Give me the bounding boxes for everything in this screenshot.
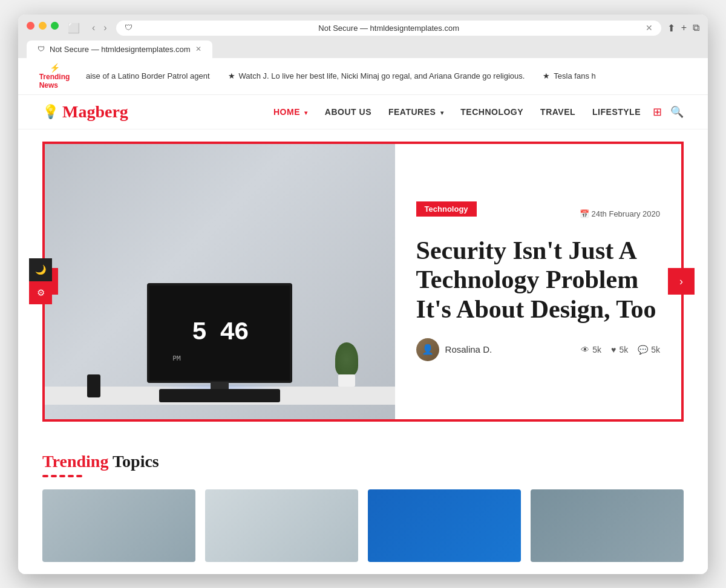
logo[interactable]: 💡 Magberg	[42, 102, 128, 122]
ticker-item: ★ Tesla fans h	[543, 71, 595, 80]
header-icons: ⊞ 🔍	[653, 105, 684, 119]
site-header: 💡 Magberg HOME ▾ ABOUT US FEATURES ▾	[18, 95, 708, 129]
article-title: Security Isn't Just A Technology Problem…	[416, 236, 660, 324]
sidebar-toggle-btn[interactable]: ⬜	[65, 21, 83, 35]
dark-mode-btn[interactable]: 🌙	[29, 258, 52, 281]
article-meta-top: Technology 📅 24th February 2020	[416, 201, 660, 226]
lightning-icon: ⚡	[50, 63, 60, 73]
grid-icon[interactable]: ⊞	[653, 105, 662, 119]
new-tab-btn[interactable]: +	[681, 22, 687, 33]
browser-nav-btns: ‹ ›	[89, 21, 110, 34]
divider-dot	[42, 475, 48, 477]
divider-dot	[59, 475, 65, 477]
plant	[335, 338, 359, 387]
nav-link-home[interactable]: HOME ▾	[273, 107, 308, 117]
nav-link-technology[interactable]: TECHNOLOGY	[460, 107, 523, 117]
url-text: Not Secure — htmldesigntemplates.com	[137, 24, 641, 33]
btn-green[interactable]	[51, 22, 59, 30]
btn-red[interactable]	[27, 22, 34, 30]
divider-dot	[51, 475, 57, 477]
share-btn[interactable]: ⬆	[667, 22, 675, 34]
clock-display: 5 46	[192, 318, 248, 347]
search-icon[interactable]: 🔍	[670, 105, 684, 119]
eye-icon: 👁	[581, 345, 589, 354]
article-stats: 👁 5k ♥ 5k 💬 5k	[581, 345, 660, 354]
plant-leaves	[335, 342, 358, 376]
section-divider	[42, 475, 684, 477]
section-title: Trending Topics	[42, 452, 684, 471]
ticker-item: aise of a Latino Border Patrol agent	[86, 71, 210, 80]
settings-btn[interactable]: ⚙	[29, 281, 52, 304]
keyboard	[159, 389, 280, 402]
address-bar[interactable]: 🛡 Not Secure — htmldesigntemplates.com ✕	[116, 21, 661, 36]
tab-favicon: 🛡	[38, 45, 45, 53]
browser-actions: ⬆ + ⧉	[667, 22, 699, 34]
floating-side-controls: 🌙 ⚙	[29, 258, 52, 304]
windows-btn[interactable]: ⧉	[693, 22, 699, 33]
article-date: 📅 24th February 2020	[580, 209, 660, 218]
nav-item-about[interactable]: ABOUT US	[325, 106, 371, 117]
desk-scene: 5 46 PM	[45, 144, 395, 419]
browser-buttons	[27, 22, 59, 30]
likes-count: 5k	[619, 345, 628, 354]
btn-yellow[interactable]	[39, 22, 47, 30]
nav-link-lifestyle[interactable]: LIFESTYLE	[592, 107, 641, 117]
logo-bulb-icon: 💡	[42, 104, 59, 120]
divider-dot	[76, 475, 82, 477]
trending-section: Trending Topics	[18, 434, 708, 574]
nav-item-technology[interactable]: TECHNOLOGY	[460, 106, 523, 117]
hero-img-placeholder: 5 46 PM	[45, 144, 395, 419]
forward-btn[interactable]: ›	[100, 21, 110, 34]
nav-item-features[interactable]: FEATURES ▾	[388, 106, 443, 117]
ticker-item: ★ Watch J. Lo live her best life, Nicki …	[228, 71, 525, 80]
ticker-text-2: Watch J. Lo live her best life, Nicki Mi…	[239, 71, 525, 80]
ticker-star-icon-2: ★	[543, 71, 550, 80]
author-info: 👤 Rosalina D.	[416, 338, 492, 361]
tab-title: Not Secure — htmldesigntemplates.com	[50, 45, 191, 54]
monitor-screen: 5 46 PM	[149, 286, 290, 381]
address-clear[interactable]: ✕	[646, 23, 653, 33]
heart-icon: ♥	[611, 345, 616, 354]
author-name: Rosalina D.	[445, 344, 492, 354]
topic-card-1[interactable]	[42, 489, 195, 562]
ticker-bar: ⚡ TrendingNews aise of a Latino Border P…	[18, 58, 708, 95]
tab-bar: 🛡 Not Secure — htmldesigntemplates.com ✕	[27, 41, 699, 58]
browser-window: ⬜ ‹ › 🛡 Not Secure — htmldesigntemplates…	[18, 15, 708, 574]
hero-image: 5 46 PM	[45, 144, 395, 419]
chevron-down-icon-2: ▾	[440, 109, 444, 116]
calendar-icon: 📅	[580, 209, 589, 218]
nav-item-lifestyle[interactable]: LIFESTYLE	[592, 106, 641, 117]
likes-stat: ♥ 5k	[611, 345, 628, 354]
ticker-text-1: aise of a Latino Border Patrol agent	[86, 71, 210, 80]
logo-text-black: Mag	[62, 102, 95, 121]
views-count: 5k	[592, 345, 601, 354]
nav-item-travel[interactable]: TRAVEL	[540, 106, 575, 117]
nav-item-home[interactable]: HOME ▾	[273, 106, 308, 117]
topic-card-4[interactable]	[531, 489, 684, 562]
plant-pot	[338, 374, 355, 387]
hero-section: 🌙 ⚙ ‹ 5 46	[18, 129, 708, 434]
comment-icon: 💬	[638, 345, 648, 354]
nav-link-travel[interactable]: TRAVEL	[540, 107, 575, 117]
section-title-highlight: Trending	[42, 452, 108, 471]
back-btn[interactable]: ‹	[89, 21, 98, 34]
topic-card-3[interactable]	[368, 489, 521, 562]
hero-slider: ‹ 5 46 PM	[42, 142, 684, 422]
nav-link-about[interactable]: ABOUT US	[325, 107, 371, 117]
article-category[interactable]: Technology	[416, 201, 477, 217]
nav-list: HOME ▾ ABOUT US FEATURES ▾ TECHNOLOGY TR…	[273, 106, 641, 117]
tab-close-btn[interactable]: ✕	[195, 45, 201, 53]
section-title-rest: Topics	[108, 452, 159, 471]
main-nav: HOME ▾ ABOUT US FEATURES ▾ TECHNOLOGY TR…	[273, 106, 641, 117]
article-date-text: 24th February 2020	[592, 209, 660, 218]
topics-grid	[42, 489, 684, 562]
slider-next-btn[interactable]: ›	[668, 268, 695, 295]
logo-text-red: berg	[95, 102, 128, 121]
ticker-label-text: TrendingNews	[39, 73, 70, 90]
active-tab[interactable]: 🛡 Not Secure — htmldesigntemplates.com ✕	[27, 41, 212, 58]
nav-link-features[interactable]: FEATURES ▾	[388, 107, 443, 117]
topic-card-2[interactable]	[205, 489, 358, 562]
chevron-down-icon: ▾	[304, 109, 308, 116]
browser-chrome: ⬜ ‹ › 🛡 Not Secure — htmldesigntemplates…	[18, 15, 708, 58]
logo-text: Magberg	[62, 102, 128, 122]
